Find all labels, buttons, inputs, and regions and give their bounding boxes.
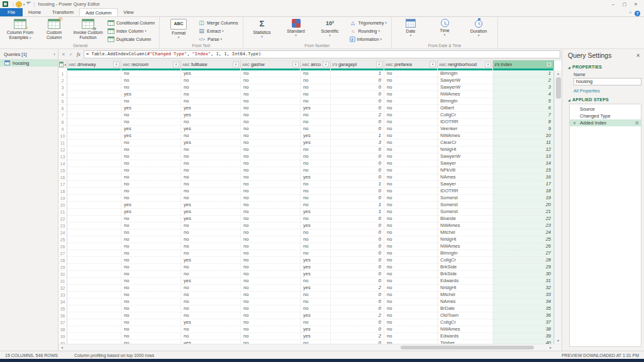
query-name-input[interactable] bbox=[574, 78, 641, 85]
collapse-ribbon-button[interactable]: ^ bbox=[630, 10, 631, 16]
cell-driveway[interactable] bbox=[67, 278, 121, 285]
cell-garagepl[interactable]: 0 bbox=[331, 126, 384, 133]
cell-garagepl[interactable]: 0 bbox=[331, 119, 384, 126]
cell-garagepl[interactable]: 0 bbox=[331, 195, 384, 202]
cell-recroom[interactable]: no bbox=[121, 146, 181, 153]
cell-index[interactable]: 26 bbox=[493, 243, 554, 250]
cell-index[interactable]: 7 bbox=[493, 112, 554, 119]
cell-driveway[interactable] bbox=[67, 299, 121, 305]
cell-fullbase[interactable]: no bbox=[181, 133, 241, 140]
cell-gashw[interactable]: no bbox=[241, 105, 301, 112]
cell-fullbase[interactable]: no bbox=[181, 229, 241, 236]
row-number[interactable]: 3 bbox=[58, 84, 67, 91]
cell-index[interactable]: 23 bbox=[493, 222, 554, 229]
row-number[interactable]: 1 bbox=[58, 70, 67, 77]
cell-driveway[interactable] bbox=[67, 153, 121, 160]
row-number[interactable]: 27 bbox=[58, 250, 67, 257]
formula-check-icon[interactable]: ✓ bbox=[67, 52, 75, 57]
cell-prefarea[interactable]: no bbox=[384, 264, 438, 271]
cell-index[interactable]: 32 bbox=[493, 285, 554, 292]
vertical-scrollbar[interactable]: ▴ ▾ bbox=[554, 70, 562, 344]
cell-fullbase[interactable]: no bbox=[181, 77, 241, 84]
row-number[interactable]: 31 bbox=[58, 278, 67, 285]
cell-recroom[interactable]: no bbox=[121, 181, 181, 188]
cell-index[interactable]: 33 bbox=[493, 292, 554, 299]
select-all-button[interactable]: ▾ bbox=[58, 60, 67, 69]
cell-prefarea[interactable]: no bbox=[384, 222, 438, 229]
cell-recroom[interactable]: no bbox=[121, 250, 181, 257]
cell-prefarea[interactable]: no bbox=[384, 271, 438, 278]
cell-recroom[interactable]: no bbox=[121, 319, 181, 326]
horizontal-scroll-thumb[interactable] bbox=[401, 346, 535, 349]
cell-index[interactable]: 11 bbox=[493, 140, 554, 146]
cell-garagepl[interactable]: 0 bbox=[331, 98, 384, 105]
cell-airco[interactable]: yes bbox=[301, 285, 331, 292]
cell-prefarea[interactable]: no bbox=[384, 299, 438, 305]
cell-neighborhood[interactable]: OldTown bbox=[438, 312, 493, 319]
cell-fullbase[interactable]: no bbox=[181, 292, 241, 299]
cell-fullbase[interactable]: no bbox=[181, 98, 241, 105]
tab-view[interactable]: View bbox=[118, 8, 139, 16]
column-header-neighborhood[interactable]: ABCneighborhood▾ bbox=[438, 60, 493, 69]
cell-driveway[interactable] bbox=[67, 112, 121, 119]
cell-gashw[interactable]: no bbox=[241, 112, 301, 119]
row-number[interactable]: 26 bbox=[58, 243, 67, 250]
row-number[interactable]: 7 bbox=[58, 112, 67, 119]
cell-driveway[interactable] bbox=[67, 98, 121, 105]
cell-neighborhood[interactable]: BrDale bbox=[438, 305, 493, 312]
cell-prefarea[interactable]: no bbox=[384, 195, 438, 202]
cell-driveway[interactable] bbox=[67, 285, 121, 292]
cell-neighborhood[interactable]: Blmngtn bbox=[438, 250, 493, 257]
cell-prefarea[interactable]: no bbox=[384, 174, 438, 181]
cell-garagepl[interactable]: 3 bbox=[331, 140, 384, 146]
cell-prefarea[interactable]: no bbox=[384, 312, 438, 319]
cell-prefarea[interactable]: no bbox=[384, 216, 438, 222]
cell-neighborhood[interactable]: Blmngtn bbox=[438, 98, 493, 105]
cell-prefarea[interactable]: no bbox=[384, 167, 438, 174]
cell-driveway[interactable] bbox=[67, 160, 121, 167]
row-number[interactable]: 24 bbox=[58, 229, 67, 236]
cell-gashw[interactable]: no bbox=[241, 250, 301, 257]
cell-index[interactable]: 15 bbox=[493, 167, 554, 174]
cell-fullbase[interactable]: no bbox=[181, 305, 241, 312]
cell-garagepl[interactable]: 0 bbox=[331, 167, 384, 174]
cell-prefarea[interactable]: no bbox=[384, 181, 438, 188]
cell-airco[interactable]: no bbox=[301, 84, 331, 91]
cell-driveway[interactable] bbox=[67, 105, 121, 112]
cell-recroom[interactable]: yes bbox=[121, 105, 181, 112]
cell-prefarea[interactable]: no bbox=[384, 160, 438, 167]
cell-neighborhood[interactable]: NridgHt bbox=[438, 285, 493, 292]
scientific-button[interactable]: Scientific▾ bbox=[314, 18, 347, 43]
row-number[interactable]: 23 bbox=[58, 222, 67, 229]
cell-gashw[interactable]: no bbox=[241, 181, 301, 188]
cell-neighborhood[interactable]: CollgCr bbox=[438, 112, 493, 119]
row-number[interactable]: 35 bbox=[58, 305, 67, 312]
cell-recroom[interactable]: yes bbox=[121, 209, 181, 216]
cell-gashw[interactable]: no bbox=[241, 257, 301, 264]
cell-prefarea[interactable]: no bbox=[384, 84, 438, 91]
cell-index[interactable]: 14 bbox=[493, 160, 554, 167]
cell-garagepl[interactable]: 0 bbox=[331, 105, 384, 112]
cell-gashw[interactable]: no bbox=[241, 77, 301, 84]
cell-garagepl[interactable]: 0 bbox=[331, 222, 384, 229]
cell-fullbase[interactable]: no bbox=[181, 271, 241, 278]
row-number[interactable]: 30 bbox=[58, 271, 67, 278]
cell-gashw[interactable]: no bbox=[241, 84, 301, 91]
cell-recroom[interactable]: no bbox=[121, 271, 181, 278]
tab-transform[interactable]: Transform bbox=[47, 8, 79, 16]
cell-garagepl[interactable]: 0 bbox=[331, 153, 384, 160]
cell-driveway[interactable] bbox=[67, 188, 121, 195]
cell-garagepl[interactable]: 0 bbox=[331, 188, 384, 195]
cell-fullbase[interactable]: yes bbox=[181, 202, 241, 209]
cell-garagepl[interactable]: 2 bbox=[331, 312, 384, 319]
cell-driveway[interactable] bbox=[67, 126, 121, 133]
cell-airco[interactable]: no bbox=[301, 278, 331, 285]
index-column-button[interactable]: Index Column▾ bbox=[106, 27, 157, 35]
cell-neighborhood[interactable]: NWAmes bbox=[438, 91, 493, 98]
cell-index[interactable]: 39 bbox=[493, 333, 554, 340]
cell-driveway[interactable] bbox=[67, 140, 121, 146]
statistics-button[interactable]: Statistics▾ bbox=[246, 18, 279, 43]
cell-fullbase[interactable]: no bbox=[181, 264, 241, 271]
information-button[interactable]: Information▾ bbox=[348, 35, 389, 43]
filter-button[interactable]: ▾ bbox=[430, 62, 436, 67]
